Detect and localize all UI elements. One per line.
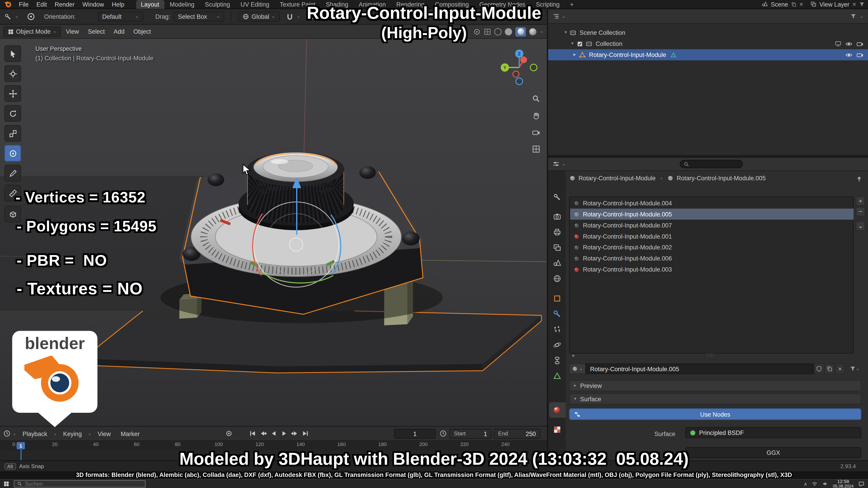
- tab-render[interactable]: [552, 212, 562, 221]
- next-keyframe-button[interactable]: [290, 429, 300, 438]
- viewport-menu-select[interactable]: Select: [84, 28, 109, 35]
- outliner-row-object-selected[interactable]: ▸ Rotary-Control-Input-Module: [548, 49, 868, 60]
- orientation-dropdown[interactable]: Default ⌄: [98, 11, 143, 22]
- pin-icon[interactable]: [856, 176, 862, 183]
- jump-to-start-button[interactable]: [248, 429, 257, 438]
- play-reverse-button[interactable]: [269, 429, 278, 438]
- tab-tool[interactable]: [552, 192, 562, 202]
- expand-icon[interactable]: ▸: [574, 53, 576, 57]
- prev-keyframe-button[interactable]: [258, 429, 268, 438]
- menu-render[interactable]: Render: [51, 1, 79, 7]
- material-slot[interactable]: Rotary-Control-Input-Module.001: [570, 231, 854, 242]
- tab-object-data[interactable]: [552, 371, 562, 381]
- tab-output[interactable]: [552, 227, 562, 237]
- material-slot[interactable]: Rotary-Control-Input-Module.003: [570, 264, 854, 275]
- scene-selector[interactable]: Scene: [771, 1, 788, 7]
- tab-sculpting[interactable]: Sculpting: [200, 0, 235, 8]
- outliner-filter-icon[interactable]: [850, 13, 857, 20]
- speaker-icon[interactable]: [822, 481, 829, 487]
- screen-exclude-icon[interactable]: [835, 40, 841, 47]
- preview-panel-header[interactable]: ▸ Preview: [569, 380, 862, 391]
- viewport-menu-add[interactable]: Add: [110, 28, 128, 35]
- slot-specials-button[interactable]: ⌄: [856, 221, 865, 231]
- tab-texture[interactable]: [552, 424, 562, 434]
- timeline-menu-marker[interactable]: Marker: [117, 430, 144, 437]
- material-name-field[interactable]: Rotary-Control-Input-Module.005: [586, 363, 814, 374]
- taskbar-search[interactable]: [14, 480, 146, 488]
- filter-icon[interactable]: [859, 1, 865, 7]
- breadcrumb-object[interactable]: Rotary-Control-Input-Module: [579, 175, 655, 182]
- tab-material-active[interactable]: [552, 405, 562, 415]
- axis-y-neg-ball[interactable]: [530, 64, 537, 71]
- expand-icon[interactable]: ▾: [571, 41, 574, 46]
- current-frame-field[interactable]: 1: [394, 429, 436, 438]
- ortho-grid-icon[interactable]: [530, 143, 541, 154]
- timeline-editor-icon[interactable]: [3, 430, 11, 437]
- remove-view-layer-icon[interactable]: ✕: [852, 1, 856, 7]
- tab-world[interactable]: [552, 273, 562, 283]
- axis-z-neg-ball[interactable]: [516, 78, 522, 85]
- tab-view-layer[interactable]: [552, 242, 562, 252]
- disable-render-camera-icon[interactable]: [857, 40, 864, 47]
- tab-physics[interactable]: [552, 340, 562, 350]
- start-frame-field[interactable]: Start 1: [450, 429, 492, 438]
- notification-center-icon[interactable]: [858, 481, 865, 487]
- editor-divider[interactable]: [547, 9, 548, 460]
- pan-hand-icon[interactable]: [530, 110, 541, 121]
- timeline-menu-playback[interactable]: Playback: [19, 430, 51, 437]
- hide-eye-icon[interactable]: [845, 40, 852, 47]
- material-filter-icon[interactable]: [850, 366, 856, 372]
- axis-x-ball[interactable]: [520, 57, 527, 63]
- list-expand-icon[interactable]: ▸: [572, 352, 575, 358]
- material-slot[interactable]: Rotary-Control-Input-Module.006: [570, 253, 854, 264]
- tool-transform-active[interactable]: [4, 145, 21, 162]
- menu-window[interactable]: Window: [79, 1, 108, 7]
- properties-search-input[interactable]: [691, 161, 736, 167]
- duplicate-material-button[interactable]: [825, 363, 835, 374]
- tab-object[interactable]: [552, 293, 562, 303]
- tool-cursor[interactable]: [4, 65, 21, 82]
- unlink-material-button[interactable]: ✕: [835, 363, 845, 374]
- tool-rotate[interactable]: [4, 105, 21, 122]
- add-slot-button[interactable]: +: [856, 196, 865, 206]
- tab-modeling[interactable]: Modeling: [165, 0, 199, 8]
- menu-help[interactable]: Help: [108, 1, 128, 7]
- view-layer-selector[interactable]: View Layer: [819, 1, 849, 7]
- end-frame-field[interactable]: End 250: [494, 429, 540, 438]
- tool-move[interactable]: [4, 85, 21, 102]
- tab-constraints[interactable]: [552, 355, 562, 365]
- tab-modifiers[interactable]: [552, 309, 562, 319]
- tool-select-box[interactable]: [4, 45, 21, 62]
- remove-slot-button[interactable]: −: [856, 207, 865, 217]
- active-tool-icon[interactable]: [4, 13, 12, 20]
- viewport-menu-object[interactable]: Object: [129, 28, 155, 35]
- material-slot[interactable]: Rotary-Control-Input-Module.004: [570, 197, 854, 208]
- surface-shader-dropdown[interactable]: Principled BSDF: [685, 427, 862, 438]
- timeline-menu-keying[interactable]: Keying: [59, 430, 86, 437]
- menu-edit[interactable]: Edit: [33, 1, 51, 7]
- blender-app-icon[interactable]: [4, 0, 12, 8]
- tab-particles[interactable]: [552, 324, 562, 334]
- playhead[interactable]: 1: [17, 442, 25, 449]
- tray-expand-icon[interactable]: ∧: [804, 481, 807, 486]
- disable-render-camera-icon[interactable]: [857, 51, 864, 59]
- unlink-scene-icon[interactable]: ✕: [799, 1, 803, 7]
- surface-panel-header[interactable]: ▾ Surface: [569, 393, 862, 404]
- taskbar-clock[interactable]: 12:58 05.08.2024: [833, 479, 854, 488]
- zoom-icon[interactable]: [530, 93, 541, 104]
- camera-view-icon[interactable]: [530, 127, 541, 138]
- breadcrumb-material[interactable]: Rotary-Control-Input-Module.005: [677, 175, 766, 182]
- fake-user-shield-button[interactable]: [814, 363, 825, 374]
- menu-file[interactable]: File: [15, 1, 33, 7]
- tab-scene[interactable]: [552, 258, 562, 268]
- tool-annotate[interactable]: [4, 165, 21, 182]
- viewport-menu-view[interactable]: View: [62, 28, 83, 35]
- use-nodes-button[interactable]: Use Nodes: [569, 408, 862, 420]
- auto-key-record-button[interactable]: [224, 429, 234, 438]
- tab-layout[interactable]: Layout: [136, 0, 164, 8]
- drag-dropdown[interactable]: Select Box ⌄: [174, 11, 224, 22]
- new-scene-icon[interactable]: [791, 1, 796, 7]
- taskbar-search-input[interactable]: [25, 481, 130, 487]
- transform-tool-icon[interactable]: [26, 12, 35, 21]
- clock-icon[interactable]: [439, 430, 447, 437]
